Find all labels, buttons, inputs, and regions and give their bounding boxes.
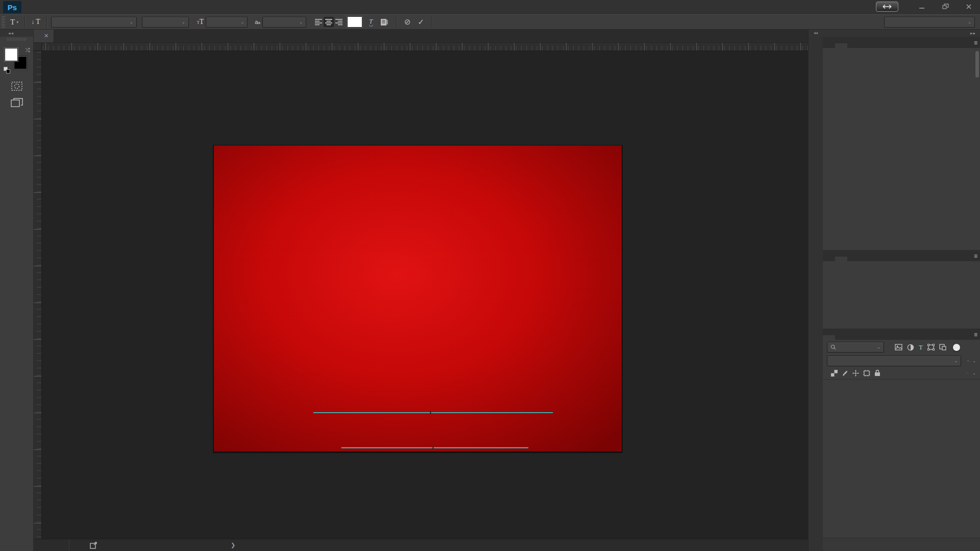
layers-panel: ≡ ⌄ T	[823, 329, 980, 551]
filter-pixel-layers-icon[interactable]	[895, 344, 902, 350]
card-background	[214, 145, 622, 451]
lock-artboard-icon[interactable]	[863, 370, 870, 377]
ruler-origin-corner[interactable]	[34, 43, 42, 51]
status-bar: ❯	[34, 539, 808, 551]
collapse-dock-chevron[interactable]: ▸▸	[823, 30, 980, 37]
screen-mode-button[interactable]	[11, 98, 23, 107]
photoshop-logo: Ps	[3, 1, 21, 13]
document-tab-bar: ✕	[34, 30, 808, 43]
tab-dopasowania[interactable]	[835, 257, 847, 261]
tab-kolor[interactable]	[823, 43, 835, 48]
anti-alias-select[interactable]: ⌄	[262, 17, 306, 28]
lock-all-icon[interactable]	[874, 369, 880, 377]
swatches-panel-menu-icon[interactable]: ≡	[974, 39, 977, 46]
swatches-scrollbar[interactable]	[975, 51, 979, 78]
arrange-documents-button[interactable]	[876, 2, 898, 12]
tools-grip	[7, 38, 26, 41]
tab-sciezki[interactable]	[847, 335, 860, 340]
filter-smart-objects-icon[interactable]	[939, 344, 946, 350]
collapsed-panels-strip: ◂◂	[808, 30, 823, 551]
document-tab[interactable]: ✕	[34, 29, 54, 42]
tab-warstwy[interactable]	[823, 335, 835, 340]
add-adjustment-label	[823, 261, 980, 267]
photoshop-window: Ps T ▾ ↓T ⌄	[0, 0, 980, 551]
panel-dock: ▸▸ ≡ ≡	[823, 30, 980, 551]
window-controls	[876, 2, 976, 12]
options-grip[interactable]	[2, 16, 5, 28]
layers-panel-menu-icon[interactable]: ≡	[974, 331, 977, 338]
default-colors-icon[interactable]	[4, 67, 10, 73]
document-area: ✕	[34, 30, 808, 551]
font-size-select[interactable]: ⌄	[206, 17, 248, 28]
status-options-chevron[interactable]: ❯	[231, 542, 235, 548]
color-wells: ⤭	[3, 47, 31, 73]
expand-panels-chevron[interactable]: ◂◂	[808, 30, 823, 37]
adjustments-panel-menu-icon[interactable]: ≡	[974, 253, 977, 260]
toggle-panels-button[interactable]	[377, 18, 392, 26]
restore-button[interactable]	[942, 4, 952, 10]
tool-preset-picker[interactable]: T ▾	[8, 17, 20, 28]
font-size-icon: TT	[195, 17, 206, 27]
adjustments-panel: ≡	[823, 250, 980, 267]
minimize-button[interactable]	[919, 4, 929, 10]
align-center-button[interactable]	[324, 17, 334, 27]
lock-position-icon[interactable]	[852, 370, 859, 377]
tab-biblioteki[interactable]	[823, 257, 835, 261]
lock-pixels-icon[interactable]	[842, 370, 848, 377]
share-image-icon[interactable]	[90, 542, 98, 549]
vertical-ruler[interactable]	[34, 51, 42, 539]
align-right-button[interactable]	[334, 17, 344, 27]
tab-style[interactable]	[847, 257, 860, 261]
filter-shape-layers-icon[interactable]	[927, 344, 935, 350]
options-bar: T ▾ ↓T ⌄ ⌄ TT ⌄ aa ⌄	[0, 14, 980, 30]
quick-mask-button[interactable]	[11, 82, 22, 91]
fill-value[interactable]	[966, 373, 968, 373]
blend-mode-select[interactable]: ⌄	[827, 356, 961, 366]
text-orientation-toggle[interactable]: ↓T	[29, 17, 42, 27]
layer-filter-select[interactable]: ⌄	[827, 342, 884, 353]
foreground-color-well[interactable]	[5, 48, 18, 61]
filter-type-layers-icon[interactable]: T	[919, 343, 923, 352]
workspace-select[interactable]: ⌄	[884, 17, 975, 28]
collapse-tools-chevron[interactable]: ◂◂	[0, 30, 33, 37]
tab-probki[interactable]	[835, 43, 847, 48]
warp-text-button[interactable]: T◡	[365, 17, 377, 27]
layer-filtering-toggle[interactable]	[953, 344, 960, 351]
swap-colors-icon[interactable]: ⤭	[26, 47, 30, 54]
align-left-button[interactable]	[313, 17, 324, 27]
pasteboard[interactable]	[42, 51, 808, 539]
commit-edits-button[interactable]: ✓	[414, 17, 428, 27]
tools-panel: ◂◂ ⤭	[0, 30, 34, 551]
swatches-panel: ≡	[823, 37, 980, 250]
opacity-value[interactable]	[967, 361, 969, 361]
font-family-select[interactable]: ⌄	[51, 17, 137, 28]
close-tab-icon[interactable]: ✕	[44, 33, 48, 39]
menu-bar: Ps	[0, 0, 980, 14]
fill-chevron[interactable]: ⌄	[972, 371, 976, 375]
zoom-level-field[interactable]	[34, 539, 69, 551]
horizontal-ruler[interactable]	[42, 43, 808, 51]
text-color-swatch[interactable]	[347, 16, 362, 28]
filter-adjustment-layers-icon[interactable]	[907, 344, 914, 351]
canvas-document[interactable]	[214, 145, 622, 452]
anti-alias-icon: aa	[253, 18, 262, 26]
opacity-chevron[interactable]: ⌄	[972, 359, 976, 363]
cancel-edits-button[interactable]: ⊘	[401, 17, 414, 27]
lock-transparency-icon[interactable]	[831, 370, 838, 377]
layers-footer	[823, 538, 980, 551]
close-button[interactable]	[966, 4, 976, 10]
font-style-select[interactable]: ⌄	[142, 17, 189, 28]
tab-kanaly[interactable]	[835, 335, 847, 340]
